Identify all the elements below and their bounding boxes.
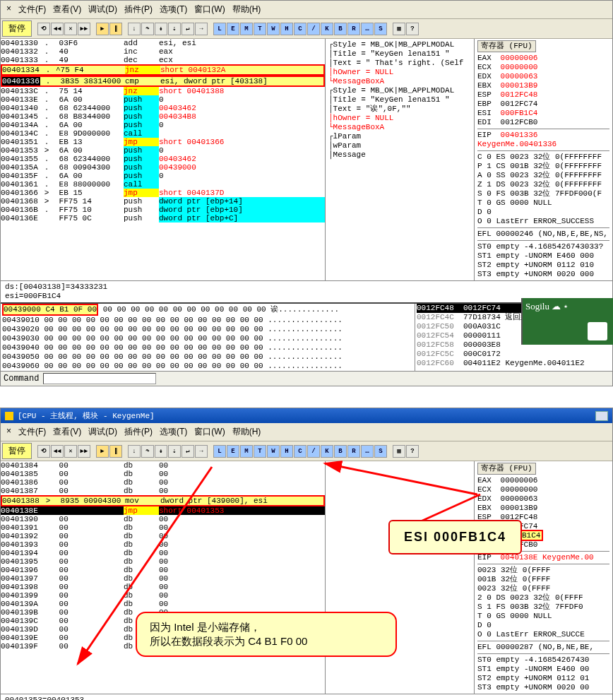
tb2-H[interactable]: H [280,445,293,458]
tb-ret[interactable]: ↵ [181,23,194,35]
tb-H[interactable]: H [280,23,293,35]
dump-row[interactable]: 00439000 C4 B1 0F 00 00 00 00 00 00 00 0… [2,304,413,316]
tb2-fwd[interactable]: ▶▶ [78,445,90,458]
disasm-row[interactable]: 00401366> EB 15jmpshort 0040137D [1,189,325,197]
stack-row[interactable]: 0012FC5C 000C0172 [417,350,611,359]
tb-fwd[interactable]: ▶▶ [78,23,90,35]
menu-option[interactable]: 选项(T) [157,2,190,17]
tb2-stepover[interactable]: ↷ [141,445,154,458]
tb2-K[interactable]: K [321,445,333,458]
tb-restart[interactable]: ⟲ [37,23,50,35]
tb-run[interactable]: ▶ [96,23,109,35]
menu-debug-2[interactable]: 调试(D) [85,425,120,439]
disasm-row[interactable]: 0040134C. E8 9D000000call [1,129,325,138]
disasm-row[interactable]: 00401334.^75 F4jnzshort 0040132A [1,64,325,76]
menu-help[interactable]: 帮助(H) [230,2,264,17]
menu-plugin[interactable]: 插件(P) [121,2,155,17]
disasm-row[interactable]: 00401355. 68 62344000push00403462 [1,155,325,163]
disasm-row[interactable]: 00401397 00db00 [1,574,325,583]
menu-view[interactable]: 查看(V) [50,2,84,17]
menu-window[interactable]: 窗口(W) [191,2,227,17]
tb-trace1[interactable]: ↡ [155,23,167,35]
dump-row[interactable]: 00439010 00 00 00 00 00 00 00 00 00 00 0… [2,316,413,325]
disasm-row[interactable]: 00401384 00db00 [1,461,325,470]
tb-R[interactable]: R [347,23,360,35]
menu-file[interactable]: 文件(F) [16,2,49,17]
menu-view-2[interactable]: 查看(V) [50,425,84,439]
disasm-row[interactable]: 0040133E. 6A 00push0 [1,95,325,104]
disasm-row[interactable]: 00401333. 49dececx [1,56,325,64]
tb-T[interactable]: T [254,23,266,35]
tb2-slash[interactable]: / [307,445,320,458]
tb-dots[interactable]: … [361,23,374,35]
tb-pause[interactable]: ∥ [109,23,122,35]
tb2-ret[interactable]: ↵ [181,445,194,458]
tb2-opt1[interactable]: ▦ [393,445,405,458]
tb2-trace1[interactable]: ↡ [155,445,167,458]
disasm-row[interactable]: 00401395 00db00 [1,557,325,566]
tb2-run[interactable]: ▶ [96,445,109,458]
tb2-M[interactable]: M [240,445,253,458]
tb-trace2[interactable]: ⇣ [168,23,181,35]
disasm-row[interactable]: 00401391 00db00 [1,523,325,532]
disasm-row[interactable]: 00401398 00db00 [1,583,325,591]
disasm-row[interactable]: 00401386 00db00 [1,478,325,487]
tb2-stepinto[interactable]: ↓ [128,445,141,458]
disasm-row[interactable]: 0040139A 00db00 [1,600,325,608]
tb2-W[interactable]: W [267,445,280,458]
disasm-row[interactable]: 00401392 00db00 [1,532,325,540]
tb2-trace2[interactable]: ⇣ [168,445,181,458]
disasm-row[interactable]: 0040135F. 6A 00push0 [1,172,325,180]
tb-slash[interactable]: / [307,23,320,35]
disasm-row[interactable]: 00401345. 68 B8344000push004034B8 [1,112,325,121]
disassembly-pane-2[interactable]: 00401384 00db0000401385 00db0000401386 0… [1,461,326,694]
tb2-L[interactable]: L [213,445,226,458]
command-input[interactable] [43,373,156,384]
disasm-row[interactable]: 00401353> 6A 00push0 [1,146,325,155]
disasm-row[interactable]: 00401396 00db00 [1,566,325,574]
menu-option-2[interactable]: 选项(T) [157,425,190,439]
tb2-S[interactable]: S [374,445,387,458]
disasm-row[interactable]: 0040135A. 68 00904300push00439000 [1,163,325,172]
tb-W[interactable]: W [267,23,280,35]
disasm-row[interactable]: 00401388> 8935 00904300movdword ptr [439… [1,495,325,506]
disasm-row[interactable]: 00401340. 68 62344000push00403462 [1,104,325,112]
disasm-row[interactable]: 0040136B. FF75 10pushdword ptr [ebp+10] [1,206,325,214]
menu-window-2[interactable]: 窗口(W) [191,425,227,439]
disasm-row[interactable]: 00401394 00db00 [1,549,325,557]
tb-back[interactable]: ◀◀ [51,23,64,35]
minimize-button[interactable] [595,411,608,421]
tb-K[interactable]: K [321,23,333,35]
tb2-restart[interactable]: ⟲ [37,445,50,458]
disasm-row[interactable]: 00401385 00db00 [1,470,325,478]
tb2-pause[interactable]: ∥ [109,445,122,458]
dump-row[interactable]: 00439040 00 00 00 00 00 00 00 00 00 00 0… [2,343,413,352]
tb2-stop[interactable]: ✕ [64,445,77,458]
hex-dump[interactable]: 00439000 C4 B1 0F 00 00 00 00 00 00 00 0… [1,304,415,371]
dump-row[interactable]: 00439030 00 00 00 00 00 00 00 00 00 00 0… [2,334,413,343]
disasm-row[interactable]: 00401351. EB 13jmpshort 00401366 [1,138,325,146]
dump-row[interactable]: 00439050 00 00 00 00 00 00 00 00 00 00 0… [2,352,413,362]
tb-S[interactable]: S [374,23,387,35]
disasm-row[interactable]: 00401330. 03F6addesi, esi [1,39,325,47]
tb-L[interactable]: L [213,23,226,35]
disasm-row[interactable]: 0040138E.^EB C3jmpshort 00401353 [1,506,325,515]
menu-debug[interactable]: 调试(D) [85,2,120,17]
disasm-row[interactable]: 0040133C. 75 14jnzshort 00401388 [1,87,325,95]
tb2-R[interactable]: R [347,445,360,458]
tb-stepover[interactable]: ↷ [141,23,154,35]
tb-opt1[interactable]: ▦ [393,23,405,35]
disasm-row[interactable]: 00401399 00db00 [1,591,325,600]
tb2-dots[interactable]: … [361,445,374,458]
registers-pane-2[interactable]: 寄存器 (FPU) EAX 00000006ECX 00000000EDX 00… [475,461,612,694]
tb2-back[interactable]: ◀◀ [51,445,64,458]
tb-goto[interactable]: → [195,23,208,35]
menu-file-2[interactable]: 文件(F) [16,425,49,439]
tb-stepinto[interactable]: ↓ [128,23,141,35]
menu-help-2[interactable]: 帮助(H) [230,425,264,439]
dump-row[interactable]: 00439020 00 00 00 00 00 00 00 00 00 00 0… [2,325,413,334]
tb-E[interactable]: E [227,23,239,35]
tb-C[interactable]: C [294,23,306,35]
tb-stop[interactable]: ✕ [64,23,77,35]
tb-M[interactable]: M [240,23,253,35]
